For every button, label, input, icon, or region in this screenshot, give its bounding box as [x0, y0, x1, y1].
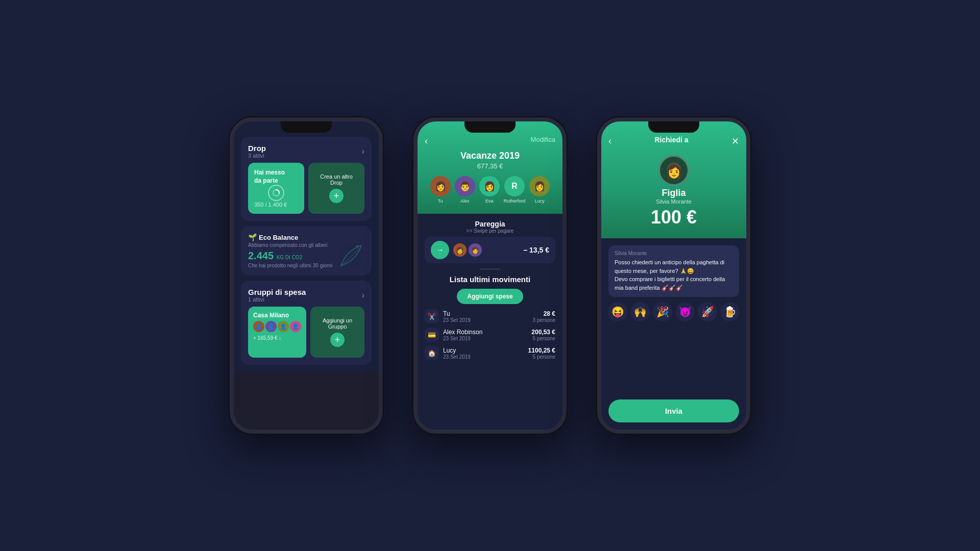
- recipient-avatar: 👩: [658, 155, 689, 186]
- transaction-amount-0: 28 €: [533, 310, 555, 317]
- gruppi-avatar-3: 👤: [278, 321, 289, 332]
- transaction-name-0: Tu: [443, 310, 529, 317]
- drop-add-btn[interactable]: +: [329, 189, 344, 203]
- transaction-date-0: 23 Set 2019: [443, 317, 529, 323]
- transaction-icon-0: ✂️: [425, 309, 439, 323]
- gruppi-tile-add[interactable]: Aggiungi un Gruppo +: [310, 307, 364, 358]
- group-title: Vacanze 2019: [460, 151, 520, 161]
- swipe-row[interactable]: → 👩 👩 – 13,5 €: [425, 237, 555, 263]
- member-name-eva: Eva: [485, 198, 494, 204]
- pareggia-section: Pareggia >> Swipe per pagare → 👩 👩: [425, 220, 555, 263]
- emoji-btn-4[interactable]: 🚀: [698, 302, 717, 321]
- aggiungi-spese-btn[interactable]: Aggiungi spese: [457, 289, 523, 304]
- transaction-list: ✂️ Tu 23 Set 2019 28 € 3 persone 💳: [425, 309, 555, 360]
- members-row: 👩 Tu 👨 Alex 👩: [430, 176, 550, 204]
- member-tu: 👩 Tu: [430, 176, 451, 204]
- swipe-avatar-2: 👩: [469, 243, 482, 257]
- transaction-icon-2: 🏠: [425, 346, 439, 360]
- swipe-hint: >> Swipe per pagare: [425, 228, 555, 234]
- member-lucy: 👩 Lucy: [529, 176, 550, 204]
- member-name-tu: Tu: [438, 198, 443, 204]
- swipe-amount: – 13,5 €: [523, 246, 549, 254]
- divider: [480, 268, 500, 270]
- gruppi-avatars: 👤 👤 👤 👤: [253, 321, 301, 332]
- transaction-name-2: Lucy: [443, 347, 524, 354]
- emoji-btn-5[interactable]: 🍺: [720, 302, 740, 321]
- drop-chevron[interactable]: ›: [362, 147, 364, 156]
- transaction-date-1: 23 Set 2019: [443, 336, 527, 341]
- member-avatar-rutherford: R: [504, 176, 525, 196]
- phone-notch-1: [281, 121, 332, 133]
- phone-1: Drop 3 attivi › Hai messo da parte: [230, 117, 383, 434]
- gruppi-tile-main[interactable]: Casa Milano 👤 👤 👤 👤 + 165,59 € ↓: [248, 307, 306, 358]
- phone2-header: ‹ Modifica Vacanze 2019 677,35 € 👩 Tu: [418, 121, 562, 214]
- transaction-right-2: 1100,25 € 5 persone: [528, 347, 555, 360]
- transaction-people-1: 5 persone: [531, 336, 555, 341]
- phone-screen-3: ‹ Richiedi a ✕ 👩 Figlia Silvia Morante 1…: [601, 121, 746, 430]
- drop-card: Drop 3 attivi › Hai messo da parte: [241, 137, 372, 221]
- transaction-right-0: 28 € 3 persone: [533, 310, 555, 323]
- gruppi-add-text: Aggiungi un Gruppo: [316, 317, 358, 330]
- gruppi-avatar-4: 👤: [290, 321, 301, 332]
- phone3-back-btn[interactable]: ‹: [608, 136, 611, 147]
- lista-title: Lista ultimi movimenti: [425, 275, 555, 284]
- gruppi-subtitle: 1 attivi: [248, 296, 306, 303]
- amount-display: 100 €: [651, 207, 697, 228]
- member-name-rutherford: Rutherford: [504, 198, 526, 204]
- phone2-edit-btn[interactable]: Modifica: [531, 136, 555, 146]
- phone-notch-2: [464, 121, 516, 133]
- message-text: Posso chiederti un anticipo della paghet…: [615, 258, 733, 292]
- transaction-people-0: 3 persone: [533, 317, 555, 323]
- phone3-body: Silvia Morante Posso chiederti un antici…: [601, 238, 746, 430]
- member-rutherford: R Rutherford: [504, 176, 526, 204]
- transaction-amount-1: 200,53 €: [531, 329, 555, 336]
- emoji-btn-2[interactable]: 🎉: [653, 302, 672, 321]
- member-name-lucy: Lucy: [535, 198, 545, 204]
- phone2-back-btn[interactable]: ‹: [425, 136, 428, 146]
- gruppi-add-btn[interactable]: +: [330, 333, 345, 347]
- svg-point-2: [356, 245, 358, 247]
- phone3-close-btn[interactable]: ✕: [731, 136, 739, 147]
- gruppi-avatar-1: 👤: [253, 321, 264, 332]
- drop-amount: 350 / 1.400 €: [254, 202, 287, 208]
- member-avatar-eva: 👩: [479, 176, 500, 196]
- recipient-name: Silvia Morante: [656, 198, 692, 205]
- drop-tile-text1: Hai messo da parte: [254, 169, 285, 185]
- transaction-info-0: Tu 23 Set 2019: [443, 310, 529, 323]
- gruppi-tile-name: Casa Milano: [253, 312, 301, 319]
- pareggia-title: Pareggia: [425, 220, 555, 228]
- gruppi-title: Gruppi di spesa: [248, 288, 306, 296]
- gruppi-card: Gruppi di spesa 1 attivi › Casa Milano 👤…: [241, 281, 372, 365]
- member-avatar-tu: 👩: [430, 176, 451, 196]
- drop-subtitle: 3 attivi: [248, 153, 266, 159]
- transaction-amount-2: 1100,25 €: [528, 347, 555, 354]
- swipe-arrow-btn[interactable]: →: [431, 241, 449, 259]
- table-row: ✂️ Tu 23 Set 2019 28 € 3 persone: [425, 309, 555, 323]
- message-bubble: Silvia Morante Posso chiederti un antici…: [608, 245, 739, 297]
- recipient-role: Figlia: [662, 188, 685, 198]
- gruppi-chevron[interactable]: ›: [362, 291, 364, 300]
- phone-screen-2: ‹ Modifica Vacanze 2019 677,35 € 👩 Tu: [418, 121, 562, 430]
- member-avatar-alex: 👨: [455, 176, 475, 196]
- emoji-btn-1[interactable]: 🙌: [630, 302, 650, 321]
- member-name-alex: Alex: [460, 198, 470, 204]
- phone-screen-1: Drop 3 attivi › Hai messo da parte: [234, 121, 379, 430]
- transaction-name-1: Alex Robinson: [443, 329, 527, 336]
- swipe-avatars: 👩 👩: [453, 243, 482, 257]
- emoji-btn-3[interactable]: 😈: [675, 302, 695, 321]
- emoji-row: 😝 🙌 🎉 😈 🚀 🍺: [608, 302, 739, 321]
- member-eva: 👩 Eva: [479, 176, 500, 204]
- drop-tile-add[interactable]: Crea un altro Drop +: [308, 163, 364, 214]
- drop-title: Drop: [248, 144, 266, 153]
- phone-3: ‹ Richiedi a ✕ 👩 Figlia Silvia Morante 1…: [597, 117, 750, 434]
- message-sender: Silvia Morante: [615, 251, 733, 256]
- emoji-btn-0[interactable]: 😝: [608, 302, 627, 321]
- phone-2: ‹ Modifica Vacanze 2019 677,35 € 👩 Tu: [413, 117, 567, 434]
- transaction-right-1: 200,53 € 5 persone: [531, 329, 555, 341]
- transaction-people-2: 5 persone: [528, 354, 555, 360]
- phone3-header: ‹ Richiedi a ✕ 👩 Figlia Silvia Morante 1…: [601, 121, 746, 238]
- invia-btn[interactable]: Invia: [608, 399, 739, 422]
- drop-add-text: Crea un altro Drop: [314, 173, 358, 186]
- drop-tile-main[interactable]: Hai messo da parte 350 / 1.400 €: [248, 163, 304, 214]
- eco-icon: 🌱: [248, 233, 257, 241]
